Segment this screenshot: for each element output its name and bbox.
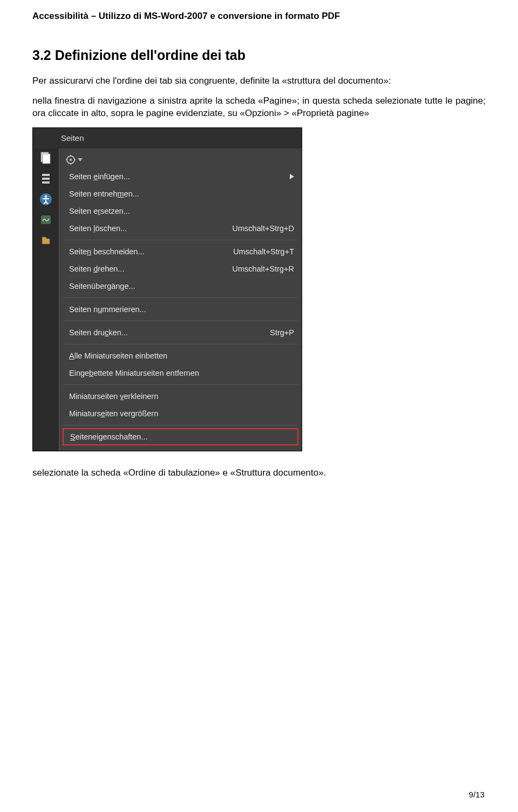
document-running-header: Accessibilità – Utilizzo di MS-Word-2007… bbox=[32, 11, 486, 22]
menu-item[interactable]: Seiten drucken...Strg+P bbox=[59, 324, 302, 341]
menu-item[interactable]: Seiten ersetzen... bbox=[59, 202, 302, 220]
options-button[interactable] bbox=[59, 152, 302, 168]
options-context-menu: Seiten einfügen...Seiten entnehmen...Sei… bbox=[59, 148, 302, 451]
svg-rect-2 bbox=[42, 174, 50, 176]
menu-separator bbox=[64, 425, 297, 425]
menu-item-page-properties[interactable]: Seiteneigenschaften... bbox=[63, 428, 298, 445]
svg-point-6 bbox=[45, 195, 47, 198]
menu-item[interactable]: Seiten entnehmen... bbox=[59, 185, 302, 202]
menu-item-label: Miniaturseiten verkleinern bbox=[69, 392, 158, 401]
svg-rect-3 bbox=[42, 178, 50, 180]
menu-separator bbox=[64, 321, 297, 321]
menu-item-label: Seiten nummerieren... bbox=[69, 305, 146, 314]
menu-item[interactable]: Seiten löschen...Umschalt+Strg+D bbox=[59, 220, 302, 237]
svg-point-9 bbox=[70, 159, 72, 161]
menu-item[interactable]: Seiten beschneiden...Umschalt+Strg+T bbox=[59, 243, 302, 260]
menu-separator bbox=[64, 384, 297, 385]
menu-item[interactable]: Eingebettete Miniaturseiten entfernen bbox=[59, 364, 302, 382]
menu-item-shortcut: Strg+P bbox=[270, 328, 294, 337]
menu-item-label: Seiten löschen... bbox=[69, 224, 127, 233]
menu-item-label: Seiten einfügen... bbox=[69, 172, 130, 181]
paragraph-instructions: nella finestra di navigazione a sinistra… bbox=[32, 95, 486, 120]
menu-item-label: Seiten drehen... bbox=[69, 265, 124, 273]
paragraph-intro: Per assicurarvi che l'ordine dei tab sia… bbox=[32, 75, 486, 87]
menu-separator bbox=[64, 344, 297, 344]
section-heading: 3.2 Definizione dell'ordine dei tab bbox=[32, 48, 486, 63]
accessibility-icon[interactable] bbox=[38, 192, 53, 207]
menu-item-shortcut: Umschalt+Strg+D bbox=[233, 224, 294, 233]
pages-icon[interactable] bbox=[38, 151, 53, 166]
panel-titlebar: Seiten bbox=[33, 128, 302, 148]
menu-separator bbox=[64, 240, 297, 240]
pages-panel-screenshot: Seiten Seiten einfügen.. bbox=[32, 127, 302, 451]
menu-item-label: Seiten drucken... bbox=[69, 328, 128, 337]
svg-rect-4 bbox=[42, 181, 50, 184]
menu-item[interactable]: Alle Miniaturseiten einbetten bbox=[59, 347, 302, 364]
menu-item[interactable]: Miniaturseiten verkleinern bbox=[59, 388, 302, 405]
menu-item[interactable]: Seitenübergänge... bbox=[59, 278, 302, 295]
page-number: 9/13 bbox=[469, 790, 485, 799]
menu-item-label: Seitenübergänge... bbox=[69, 282, 135, 290]
menu-item[interactable]: Seiten drehen...Umschalt+Strg+R bbox=[59, 260, 302, 278]
menu-item-label: Seiten beschneiden... bbox=[69, 247, 145, 256]
svg-rect-1 bbox=[43, 154, 50, 164]
menu-separator bbox=[64, 297, 297, 298]
menu-item-label: Miniaturseiten vergrößern bbox=[69, 409, 158, 418]
signatures-icon[interactable] bbox=[38, 212, 53, 227]
menu-item-label: Alle Miniaturseiten einbetten bbox=[69, 351, 167, 360]
menu-item[interactable]: Seiten nummerieren... bbox=[59, 301, 302, 318]
submenu-arrow-icon bbox=[290, 172, 294, 181]
bookmarks-icon[interactable] bbox=[38, 171, 53, 186]
paragraph-footer: selezionate la scheda «Ordine di tabulaz… bbox=[32, 468, 486, 478]
menu-item-shortcut: Umschalt+Strg+T bbox=[233, 247, 294, 256]
menu-item[interactable]: Seiten einfügen... bbox=[59, 168, 302, 185]
attachments-icon[interactable] bbox=[38, 233, 53, 248]
dropdown-icon bbox=[78, 157, 83, 162]
panel-title: Seiten bbox=[61, 133, 84, 143]
gear-icon bbox=[66, 155, 76, 165]
menu-item-shortcut: Umschalt+Strg+R bbox=[233, 265, 294, 273]
menu-item-label: Eingebettete Miniaturseiten entfernen bbox=[69, 369, 199, 377]
menu-item[interactable]: Miniaturseiten vergrößern bbox=[59, 405, 302, 422]
menu-item-label: Seiteneigenschaften... bbox=[70, 432, 148, 441]
navigation-rail bbox=[33, 148, 59, 451]
menu-item-label: Seiten ersetzen... bbox=[69, 207, 130, 215]
menu-item-label: Seiten entnehmen... bbox=[69, 190, 139, 198]
